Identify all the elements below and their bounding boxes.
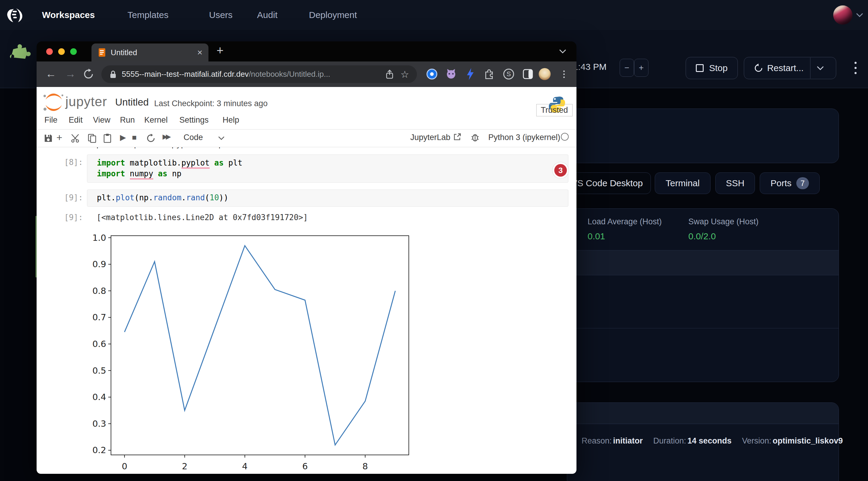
cell-prompt: [9]: [64, 193, 83, 202]
onepassword-extension-icon[interactable] [425, 67, 438, 81]
debugger-bug-icon[interactable] [471, 133, 479, 142]
reader-square-extension-icon[interactable] [521, 67, 534, 81]
profile-avatar-icon[interactable] [538, 67, 551, 81]
back-icon[interactable]: ← [45, 67, 56, 80]
restart-kernel-icon[interactable] [146, 134, 155, 143]
url-bar[interactable]: 5555--main--test--matifali.atif.cdr.dev/… [101, 65, 417, 83]
restart-icon [754, 64, 763, 72]
jupyter-brand: jupyter [65, 94, 107, 109]
jupyter-logo [42, 93, 65, 111]
traffic-light-close[interactable] [46, 48, 53, 55]
zoom-out-button[interactable]: − [620, 59, 634, 77]
bookmark-star-icon[interactable]: ☆ [400, 69, 409, 80]
sidebar-item-audit[interactable]: Audit [257, 0, 277, 30]
sidebar-item-workspaces[interactable]: Workspaces [42, 0, 95, 30]
new-tab-button[interactable]: + [217, 44, 223, 57]
output-text: [<matplotlib.lines.Line2D at 0x7fd03f191… [97, 213, 308, 222]
menu-file[interactable]: File [44, 116, 58, 125]
stat-swap-usage: Swap Usage (Host) 0.0/2.0 [688, 217, 758, 242]
kernel-status-icon [561, 133, 569, 141]
notebook-title[interactable]: Untitled [115, 97, 149, 108]
workspace-stats-panel: Load Average (Host) 0.01 Swap Usage (Hos… [567, 209, 839, 382]
svg-text:0.4: 0.4 [92, 392, 106, 402]
clipped-code-line: import matplotlib.pyplot as plt [87, 147, 387, 150]
collaborator-count-badge[interactable]: 3 [553, 162, 569, 179]
lightning-extension-icon[interactable] [464, 67, 477, 81]
jupyter-menubar: File Edit View Run Kernel Settings Help … [37, 116, 577, 130]
jupyter-page: jupyter Untitled Last Checkpoint: 3 minu… [37, 87, 577, 474]
paste-cell-icon[interactable] [103, 133, 112, 143]
jupyterlab-link[interactable]: JupyterLab [410, 133, 451, 142]
cell-type-select[interactable]: Code [184, 133, 203, 142]
ports-count-badge: 7 [796, 177, 809, 189]
svg-text:0.5: 0.5 [92, 365, 106, 376]
svg-text:6: 6 [302, 461, 308, 472]
svg-text:0.7: 0.7 [92, 312, 106, 322]
menu-settings[interactable]: Settings [179, 116, 209, 125]
add-cell-icon[interactable]: + [56, 132, 62, 143]
tab-search-chevron-icon[interactable] [558, 49, 567, 55]
user-avatar[interactable] [833, 5, 852, 25]
output-prompt: [9]: [64, 213, 83, 222]
zoom-in-button[interactable]: + [634, 59, 648, 77]
stop-button[interactable]: Stop [686, 57, 738, 79]
svg-text:1.0: 1.0 [92, 233, 106, 243]
stop-icon [696, 64, 704, 72]
menu-help[interactable]: Help [222, 116, 239, 125]
svg-text:0.2: 0.2 [92, 445, 106, 455]
puzzle-piece-extensions-icon[interactable] [483, 67, 496, 81]
menu-run[interactable]: Run [120, 116, 135, 125]
menu-view[interactable]: View [93, 116, 111, 125]
kebab-menu-icon[interactable] [852, 58, 859, 77]
restart-button[interactable]: Restart... [744, 57, 836, 79]
puzzle-extension-icon[interactable] [8, 42, 32, 61]
refresh-icon[interactable] [83, 69, 94, 79]
code-cell-8[interactable]: import matplotlib.pyplot as plt import n… [87, 154, 568, 183]
sidebar-item-templates[interactable]: Templates [127, 0, 168, 30]
table-row[interactable] [567, 250, 839, 275]
ports-button[interactable]: Ports 7 [760, 172, 820, 194]
browser-kebab-menu-icon[interactable] [557, 67, 570, 81]
menu-kernel[interactable]: Kernel [144, 116, 168, 125]
s-circle-extension-icon[interactable]: S [502, 67, 515, 81]
external-link-icon[interactable] [454, 133, 461, 141]
traffic-light-minimize[interactable] [58, 48, 65, 55]
code-cell-9[interactable]: plt.plot(np.random.rand(10)) [87, 190, 568, 206]
svg-text:0.6: 0.6 [92, 339, 106, 349]
tab-close-icon[interactable]: × [197, 47, 203, 58]
build-info-row: Reason: initiator Duration: 14 seconds V… [582, 436, 843, 446]
traffic-light-zoom[interactable] [70, 48, 77, 55]
stat-load-average: Load Average (Host) 0.01 [588, 217, 662, 242]
coder-logo[interactable] [6, 7, 23, 23]
share-icon[interactable] [385, 70, 394, 79]
trusted-button[interactable]: Trusted [536, 104, 572, 116]
menu-edit[interactable]: Edit [69, 116, 83, 125]
workspace-top-panel [567, 108, 839, 163]
sidebar-item-users[interactable]: Users [209, 0, 232, 30]
sidebar-item-deployment[interactable]: Deployment [309, 0, 357, 30]
browser-window: Untitled × + ← → 5555--main--test--matif… [37, 41, 577, 474]
svg-text:0: 0 [122, 461, 127, 472]
notebook-favicon [98, 48, 106, 57]
chevron-down-icon[interactable] [856, 12, 864, 18]
save-icon[interactable] [44, 134, 53, 143]
browser-tab-strip: Untitled × + [37, 41, 577, 62]
cell-prompt: [8]: [64, 158, 83, 167]
top-nav: Workspaces Templates Users Audit Deploym… [0, 0, 868, 30]
restart-run-all-icon[interactable]: ▶▶ [162, 133, 169, 141]
ssh-button[interactable]: SSH [715, 172, 755, 194]
github-cat-extension-icon[interactable] [444, 67, 458, 81]
svg-text:0.8: 0.8 [92, 286, 106, 296]
copy-cell-icon[interactable] [88, 133, 97, 143]
svg-text:0.3: 0.3 [92, 419, 106, 429]
kernel-name[interactable]: Python 3 (ipykernel) [488, 133, 560, 142]
cell-type-chevron-icon[interactable] [218, 136, 225, 141]
browser-tab-untitled[interactable]: Untitled × [91, 43, 209, 62]
restart-menu-chevron-icon[interactable] [816, 65, 824, 71]
stop-kernel-icon[interactable]: ■ [132, 133, 137, 142]
forward-icon[interactable]: → [65, 67, 76, 80]
terminal-button[interactable]: Terminal [655, 172, 711, 194]
svg-text:2: 2 [182, 461, 187, 472]
run-cell-icon[interactable]: ▶ [120, 133, 126, 142]
cut-cell-icon[interactable] [71, 134, 81, 143]
